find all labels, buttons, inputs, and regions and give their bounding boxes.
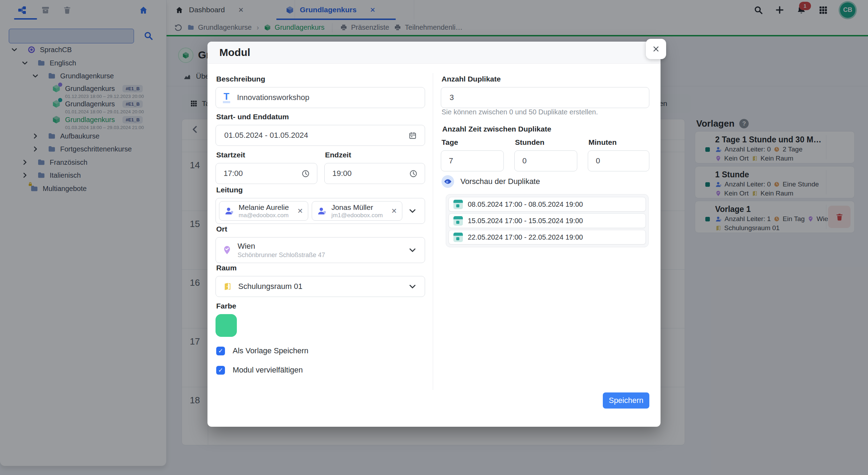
- vorschau-toggle[interactable]: Vorschau der Duplikate: [442, 175, 540, 188]
- datum-input[interactable]: [224, 130, 403, 140]
- duplikate-helper-text: Sie können zwischen 0 und 50 Duplikate e…: [442, 108, 598, 116]
- calendar-icon: [453, 216, 463, 226]
- checkbox-vervielfaeltigen[interactable]: ✓ Modul vervielfältigen: [216, 366, 303, 375]
- text-icon: T: [223, 92, 230, 103]
- checkbox-checked-icon: ✓: [216, 366, 225, 375]
- raum-name: Schulungsraum 01: [238, 282, 302, 291]
- field-tage: Tage: [441, 137, 504, 171]
- ort-adresse: Schönbrunner Schloßstraße 47: [238, 251, 325, 259]
- eye-icon: [442, 175, 454, 188]
- raum-select[interactable]: Schulungsraum 01: [216, 276, 425, 297]
- field-ort: Ort Wien Schönbrunner Schloßstraße 47: [216, 224, 425, 263]
- field-startzeit: Startzeit: [216, 150, 317, 184]
- stunden-input[interactable]: [522, 156, 570, 166]
- minuten-input[interactable]: [595, 156, 642, 166]
- checkbox-als-vorlage[interactable]: ✓ Als Vorlage Speichern: [216, 346, 308, 355]
- clock-icon[interactable]: [301, 169, 310, 178]
- duplikat-eintrag[interactable]: 08.05.2024 17:00 - 08.05.2024 19:00: [449, 197, 646, 212]
- startzeit-input[interactable]: [223, 169, 298, 178]
- person-shield-icon: [317, 206, 326, 216]
- beschreibung-input[interactable]: [237, 93, 418, 102]
- endzeit-input[interactable]: [332, 169, 405, 178]
- person-shield-icon: [224, 206, 234, 216]
- remove-person-icon[interactable]: ✕: [297, 207, 303, 215]
- speichern-button[interactable]: Speichern: [603, 392, 649, 409]
- remove-person-icon[interactable]: ✕: [391, 207, 397, 215]
- leitung-select[interactable]: Melanie Aurelie ma@edoobox.com ✕ Jonas M…: [216, 198, 425, 224]
- person-name: Melanie Aurelie: [239, 203, 289, 212]
- calendar-icon[interactable]: [408, 131, 417, 140]
- field-anzahl-duplikate: Anzahl Duplikate: [441, 74, 649, 108]
- leitung-chip: Jonas Müller jm1@edoobox.com ✕: [312, 201, 402, 221]
- chevron-down-icon[interactable]: [408, 282, 417, 291]
- calendar-icon: [453, 233, 463, 242]
- close-icon: [652, 45, 660, 53]
- column-divider: [433, 73, 433, 390]
- field-raum: Raum Schulungsraum 01: [216, 263, 425, 297]
- calendar-icon: [453, 200, 463, 209]
- pin-icon: [222, 245, 232, 255]
- tage-input[interactable]: [448, 156, 496, 166]
- field-stunden: Stunden: [514, 137, 577, 171]
- leitung-chip: Melanie Aurelie ma@edoobox.com ✕: [219, 201, 308, 221]
- ort-name: Wien: [238, 241, 325, 251]
- checkbox-checked-icon: ✓: [216, 347, 225, 355]
- duplikate-vorschau-liste: 08.05.2024 17:00 - 08.05.2024 19:00 15.0…: [446, 194, 649, 247]
- field-beschreibung: Beschreibung T: [216, 74, 425, 108]
- door-icon: [223, 282, 232, 291]
- field-datum: Start- und Enddatum: [216, 112, 425, 146]
- close-dialog-button[interactable]: [646, 39, 666, 59]
- field-farbe: Farbe: [216, 301, 237, 337]
- field-leitung: Leitung Melanie Aurelie ma@edoobox.com ✕…: [216, 185, 425, 224]
- person-name: Jonas Müller: [331, 203, 383, 212]
- chevron-down-icon[interactable]: [408, 206, 417, 215]
- zeit-zwischen-duplikate-label: Anzahl Zeit zwischen Duplikate: [442, 124, 551, 134]
- person-email: ma@edoobox.com: [239, 212, 289, 219]
- field-minuten: Minuten: [588, 137, 649, 171]
- dialog-title: Modul: [207, 42, 661, 64]
- duplikat-eintrag[interactable]: 15.05.2024 17:00 - 15.05.2024 19:00: [449, 213, 646, 228]
- app-root: Dashboard ✕ Grundlagenkurs ✕ 1 CB Grundl…: [0, 0, 868, 475]
- field-endzeit: Endzeit: [324, 150, 425, 184]
- farbe-swatch[interactable]: [216, 314, 237, 337]
- clock-icon[interactable]: [409, 169, 418, 178]
- modul-dialog: Modul Beschreibung T Start- und Enddatum…: [207, 42, 661, 427]
- person-email: jm1@edoobox.com: [331, 212, 383, 219]
- chevron-down-icon[interactable]: [408, 246, 417, 255]
- ort-select[interactable]: Wien Schönbrunner Schloßstraße 47: [216, 237, 425, 263]
- duplikat-eintrag[interactable]: 22.05.2024 17:00 - 22.05.2024 19:00: [449, 230, 646, 244]
- anzahl-duplikate-input[interactable]: [449, 93, 641, 102]
